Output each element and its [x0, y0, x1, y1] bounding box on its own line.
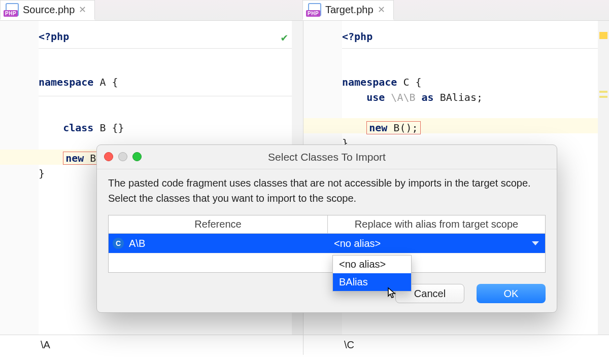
window-close-icon[interactable]	[104, 152, 113, 161]
reference-value: A\B	[129, 238, 145, 249]
col-reference[interactable]: Reference	[109, 215, 328, 233]
ok-button[interactable]: OK	[477, 284, 546, 303]
tab-source[interactable]: Source.php ✕	[0, 0, 95, 20]
window-zoom-icon[interactable]	[132, 152, 142, 161]
table-row[interactable]: C A\B <no alias>	[109, 234, 545, 253]
close-icon[interactable]: ✕	[378, 4, 385, 15]
tab-source-label: Source.php	[23, 4, 75, 16]
php-file-icon	[6, 3, 19, 16]
dialog-description: The pasted code fragment uses classes th…	[108, 175, 546, 206]
alias-dropdown[interactable]: <no alias> BAlias	[332, 255, 412, 292]
breadcrumb-right[interactable]: \C	[303, 335, 609, 355]
table-row	[109, 253, 545, 272]
alias-option-balias[interactable]: BAlias	[333, 273, 411, 291]
import-table: Reference Replace with alias from target…	[108, 215, 546, 273]
php-file-icon	[308, 3, 321, 16]
col-alias[interactable]: Replace with alias from target scope	[328, 215, 545, 233]
tab-target[interactable]: Target.php ✕	[302, 0, 394, 20]
alias-option-none[interactable]: <no alias>	[333, 256, 411, 273]
dialog-title: Select Classes To Import	[268, 151, 386, 163]
chevron-down-icon[interactable]	[532, 241, 539, 245]
close-icon[interactable]: ✕	[79, 4, 86, 15]
marker[interactable]	[599, 91, 607, 93]
inspection-warning-icon	[599, 32, 607, 39]
marker[interactable]	[599, 96, 607, 98]
window-minimize-icon	[118, 152, 127, 161]
inspection-ok-icon: ✔	[281, 30, 288, 45]
class-icon: C	[113, 238, 124, 249]
alias-selected: <no alias>	[334, 238, 381, 249]
mouse-cursor-icon	[386, 287, 398, 299]
tab-target-label: Target.php	[325, 4, 374, 16]
dialog-titlebar: Select Classes To Import	[97, 145, 557, 169]
scrollbar[interactable]	[598, 21, 609, 335]
usage-highlight: new B();	[366, 121, 420, 134]
alias-cell[interactable]: <no alias>	[328, 238, 545, 249]
gutter	[0, 21, 39, 335]
import-dialog: Select Classes To Import The pasted code…	[96, 144, 557, 313]
breadcrumb-left[interactable]: \A	[0, 335, 303, 355]
